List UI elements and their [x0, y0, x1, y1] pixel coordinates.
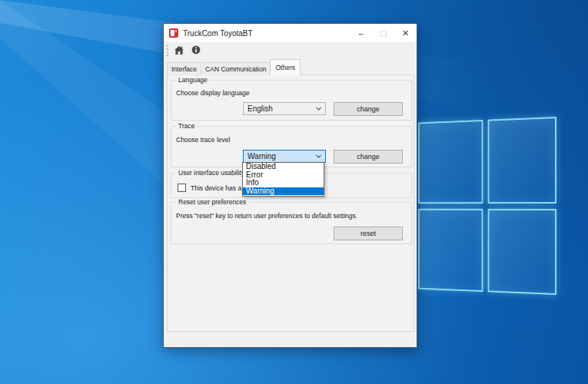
chevron-down-icon [316, 107, 321, 111]
language-group-title: Language [176, 77, 210, 84]
language-change-button[interactable]: change [334, 102, 403, 116]
app-icon [169, 28, 178, 38]
toolbar-grip-handle[interactable] [167, 45, 168, 56]
trace-level-combobox[interactable]: Warning [243, 150, 326, 163]
chevron-down-icon [316, 154, 321, 158]
dropdown-option-info[interactable]: Info [243, 179, 324, 187]
usability-group-title: User interface usability [176, 170, 247, 177]
windows-logo [418, 117, 556, 295]
window-title: TruckCom ToyotaBT [183, 29, 253, 38]
trace-group-title: Trace [176, 123, 197, 130]
trace-combobox-value: Warning [247, 152, 276, 161]
windows-logo-pane [418, 120, 483, 204]
tab-interface[interactable]: Interface [167, 62, 201, 75]
tab-page-others: Language Choose display language English… [167, 74, 414, 332]
close-button[interactable]: ✕ [394, 24, 417, 42]
language-combobox-value: English [247, 104, 273, 113]
info-icon [191, 45, 201, 56]
title-bar[interactable]: TruckCom ToyotaBT – ▢ ✕ [164, 24, 417, 42]
tab-others[interactable]: Others [270, 59, 301, 75]
trace-level-dropdown-list: Disabled Error Info Warning [242, 162, 324, 197]
windows-logo-pane [487, 117, 556, 204]
home-button[interactable] [171, 43, 188, 58]
tab-strip: Interface CAN Communication Others [167, 59, 301, 75]
trace-description: Choose trace level [176, 136, 230, 144]
maximize-button: ▢ [372, 24, 394, 42]
reset-button[interactable]: reset [334, 227, 403, 240]
toolbar [164, 42, 417, 59]
touch-device-checkbox[interactable] [178, 184, 186, 192]
language-description: Choose display language [176, 89, 249, 97]
trace-group: Trace Choose trace level Warning change [171, 126, 412, 167]
tab-can-communication[interactable]: CAN Communication [201, 62, 271, 75]
reset-group: Reset user preferences Press "reset" key… [171, 202, 412, 244]
trace-change-button[interactable]: change [334, 150, 403, 164]
windows-logo-pane [418, 208, 483, 292]
info-button[interactable] [188, 43, 204, 58]
dropdown-option-warning[interactable]: Warning [243, 187, 324, 196]
app-window: TruckCom ToyotaBT – ▢ ✕ [163, 23, 417, 348]
language-combobox[interactable]: English [243, 102, 326, 115]
home-icon [174, 46, 184, 56]
windows-logo-pane [487, 208, 556, 295]
language-group: Language Choose display language English… [171, 80, 412, 121]
reset-group-title: Reset user preferences [176, 199, 248, 206]
minimize-button[interactable]: – [350, 24, 372, 42]
reset-description: Press "reset" key to return user prefere… [176, 212, 357, 220]
dropdown-option-disabled[interactable]: Disabled [243, 163, 324, 171]
